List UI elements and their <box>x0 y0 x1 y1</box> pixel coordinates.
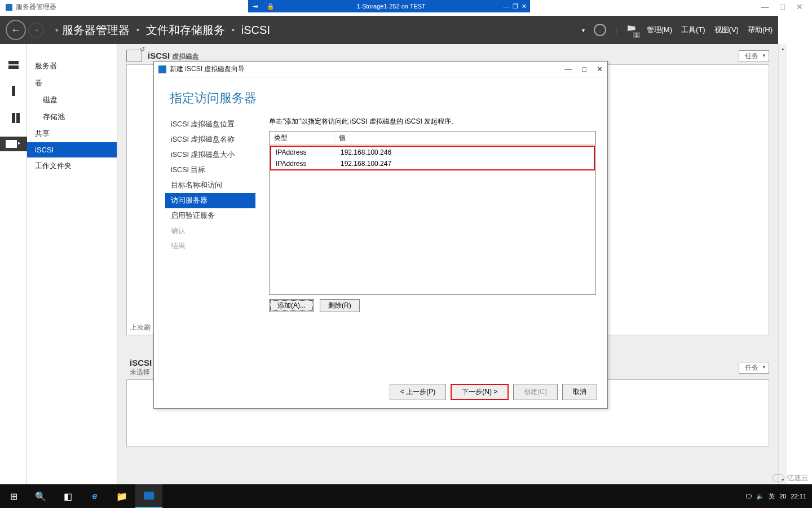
wizard-step-location[interactable]: iSCSI 虚拟磁盘位置 <box>165 117 255 132</box>
app-icon <box>6 4 12 11</box>
cancel-button[interactable]: 取消 <box>562 384 597 400</box>
chevron-right-icon: • <box>136 25 139 34</box>
wizard-step-confirm: 确认 <box>165 224 255 239</box>
pin-icon[interactable]: ⇥ <box>248 3 262 10</box>
menu-view[interactable]: 视图(V) <box>714 25 739 35</box>
wizard-content: 单击"添加"以指定将访问此 iSCSI 虚拟磁盘的 iSCSI 发起程序。 类型… <box>255 117 596 376</box>
sidebar-item-volumes[interactable]: 卷 <box>27 75 117 91</box>
cloud-icon <box>772 474 784 482</box>
app-title: 服务器管理器 <box>6 2 56 12</box>
rail-local-server-icon[interactable] <box>0 82 27 99</box>
wizard-footer: < 上一步(P) 下一步(N) > 创建(C) 取消 <box>390 384 597 400</box>
tray-notif-count[interactable]: 20 <box>779 493 786 500</box>
refresh-icon[interactable] <box>594 24 606 36</box>
outer-close-icon[interactable]: ✕ <box>796 2 803 11</box>
outer-min-icon[interactable]: — <box>761 2 769 11</box>
cell-type: IPAddress <box>271 159 336 168</box>
sidebar-item-servers[interactable]: 服务器 <box>27 58 117 75</box>
nav-back-button[interactable]: ← <box>6 20 26 40</box>
vertical-scrollbar[interactable]: ▴ ▾ <box>778 44 787 484</box>
add-button[interactable]: 添加(A)... <box>269 299 314 312</box>
sidebar-item-shares[interactable]: 共享 <box>27 125 117 142</box>
watermark: 亿速云 <box>772 473 809 483</box>
flag-badge: 1 <box>633 32 639 38</box>
wizard-close-icon[interactable]: ✕ <box>597 65 603 73</box>
wizard-window-title: 新建 iSCSI 虚拟磁盘向导 <box>170 64 245 74</box>
wizard-step-name[interactable]: iSCSI 虚拟磁盘名称 <box>165 132 255 147</box>
wizard-titlebar: 新建 iSCSI 虚拟磁盘向导 — □ ✕ <box>154 62 607 77</box>
vm-min-icon[interactable]: — <box>503 3 509 10</box>
wizard-step-target[interactable]: iSCSI 目标 <box>165 163 255 178</box>
explorer-icon[interactable]: 📁 <box>108 484 135 508</box>
wizard-heading: 指定访问服务器 <box>154 77 607 117</box>
wizard-step-access-servers[interactable]: 访问服务器 <box>165 193 255 208</box>
wizard-instruction: 单击"添加"以指定将访问此 iSCSI 虚拟磁盘的 iSCSI 发起程序。 <box>269 117 596 126</box>
breadcrumb-section[interactable]: 文件和存储服务 <box>146 23 225 38</box>
app-title-text: 服务器管理器 <box>16 2 56 12</box>
next-button[interactable]: 下一步(N) > <box>451 384 509 400</box>
vm-max-icon[interactable]: ❐ <box>513 3 518 10</box>
lock-icon[interactable]: 🔒 <box>262 3 279 10</box>
wizard-step-size[interactable]: iSCSI 虚拟磁盘大小 <box>165 147 255 163</box>
rail-file-services-icon[interactable]: ▸ <box>0 137 27 151</box>
breadcrumb-leaf: iSCSI <box>241 24 270 37</box>
panel1-title: iSCSI <box>148 51 170 60</box>
wizard-icon <box>158 65 166 73</box>
tray-volume-icon[interactable]: 🔈 <box>756 493 764 500</box>
rail-dashboard-icon[interactable] <box>0 58 27 72</box>
tray-clock[interactable]: 22:11 <box>791 493 806 500</box>
panel2-tasks-dropdown[interactable]: 任务 <box>739 362 769 374</box>
remove-button[interactable]: 删除(R) <box>320 299 360 312</box>
notifications-flag-icon[interactable]: 1 <box>626 24 638 36</box>
col-type[interactable]: 类型 <box>270 132 334 144</box>
cell-value: 192.168.100.247 <box>336 159 594 168</box>
header-dropdown-icon[interactable]: ▾ <box>582 27 585 33</box>
prev-button[interactable]: < 上一步(P) <box>390 384 446 400</box>
rail-all-servers-icon[interactable] <box>0 110 27 126</box>
iscsi-wizard-dialog: 新建 iSCSI 虚拟磁盘向导 — □ ✕ 指定访问服务器 iSCSI 虚拟磁盘… <box>153 61 608 409</box>
sidebar-item-iscsi[interactable]: iSCSI <box>27 142 117 157</box>
header-bar: ← → ▾ 服务器管理器 • 文件和存储服务 • iSCSI ▾ | 1 管理(… <box>0 16 778 44</box>
search-icon[interactable]: 🔍 <box>27 484 54 508</box>
breadcrumb-root[interactable]: 服务器管理器 <box>62 23 130 38</box>
wizard-steps: iSCSI 虚拟磁盘位置 iSCSI 虚拟磁盘名称 iSCSI 虚拟磁盘大小 i… <box>165 117 255 376</box>
cell-type: IPAddress <box>271 148 336 157</box>
watermark-text: 亿速云 <box>787 473 809 483</box>
scroll-up-icon[interactable]: ▴ <box>779 44 787 53</box>
tray-monitor-icon[interactable]: 🖵 <box>745 493 752 500</box>
menu-tools[interactable]: 工具(T) <box>681 25 705 35</box>
sidebar-item-disks[interactable]: 磁盘 <box>27 91 117 108</box>
system-tray: 🖵 🔈 英 20 22:11 <box>745 492 812 501</box>
panel1-tasks-dropdown[interactable]: 任务 <box>739 50 769 62</box>
vm-titlebar: ⇥ 🔒 1-Storage1-252 on TEST — ❐ ✕ <box>248 0 530 12</box>
col-value[interactable]: 值 <box>334 132 595 144</box>
chevron-right-icon: • <box>232 25 235 34</box>
menu-manage[interactable]: 管理(M) <box>647 25 673 35</box>
outer-window-controls: — □ ✕ <box>752 0 812 14</box>
server-manager-taskbar-icon[interactable] <box>135 484 162 508</box>
task-view-icon[interactable]: ◧ <box>54 484 81 508</box>
nav-forward-button: → <box>28 22 44 38</box>
wizard-max-icon[interactable]: □ <box>582 65 586 73</box>
tray-ime[interactable]: 英 <box>769 492 775 501</box>
nav-dropdown-icon[interactable]: ▾ <box>55 27 59 34</box>
vm-close-icon[interactable]: ✕ <box>522 3 527 10</box>
table-row[interactable]: IPAddress 192.168.100.246 <box>271 147 594 158</box>
panel1-subtitle: 虚拟磁盘 <box>172 52 199 60</box>
table-row[interactable]: IPAddress 192.168.100.247 <box>271 158 594 169</box>
wizard-step-auth[interactable]: 启用验证服务 <box>165 208 255 224</box>
panel1-header: iSCSI 虚拟磁盘 任务 <box>126 50 769 62</box>
wizard-step-target-name[interactable]: 目标名称和访问 <box>165 178 255 193</box>
create-button: 创建(C) <box>513 384 558 400</box>
ie-icon[interactable]: e <box>81 484 108 508</box>
panel2-title: iSCSI <box>130 358 152 367</box>
vm-title: 1-Storage1-252 on TEST <box>279 3 503 10</box>
menu-help[interactable]: 帮助(H) <box>748 25 773 35</box>
sidebar-item-storage-pools[interactable]: 存储池 <box>27 108 117 125</box>
cell-value: 192.168.100.246 <box>336 148 594 157</box>
start-button[interactable]: ⊞ <box>0 484 27 508</box>
initiator-table[interactable]: 类型 值 IPAddress 192.168.100.246 IPAddress… <box>269 131 596 295</box>
wizard-min-icon[interactable]: — <box>564 65 572 73</box>
outer-max-icon[interactable]: □ <box>780 2 785 11</box>
sidebar-item-work-folders[interactable]: 工作文件夹 <box>27 157 117 174</box>
